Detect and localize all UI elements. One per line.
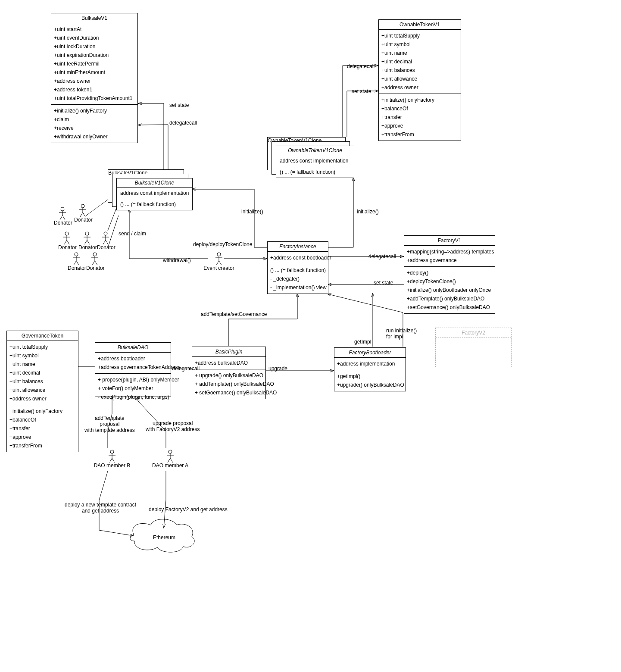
svg-point-45: [169, 450, 172, 453]
label-set-state: set state: [374, 280, 393, 286]
svg-line-29: [76, 261, 79, 265]
class-basicplugin: BasicPlugin +address bulksaleDAO + upgra…: [192, 347, 266, 399]
person-icon: [84, 231, 90, 244]
actor-donator: Donator: [86, 252, 103, 271]
actor-donator: Donator: [68, 252, 85, 271]
class-ownabletokenv1: OwnableTokenV1 +uint totalSupply +uint s…: [378, 19, 461, 141]
label-initialize: initialize(): [357, 209, 379, 215]
label-getimpl: getImpl: [354, 339, 371, 345]
class-factorybootloader: FactoryBootloader +address implementatio…: [334, 347, 406, 391]
actor-dao-member-a: DAO member A: [151, 450, 190, 469]
label-deploy-new-template: deploy a new template contract and get a…: [65, 502, 136, 514]
svg-line-8: [80, 213, 83, 217]
class-factoryinstance: FactoryInstance +address const bootloade…: [267, 241, 328, 294]
svg-line-49: [170, 458, 173, 463]
svg-line-18: [84, 240, 87, 244]
svg-point-5: [81, 204, 84, 208]
label-deploy-factoryv2: deploy FactoryV2 and get address: [149, 506, 228, 513]
svg-point-35: [217, 253, 221, 256]
class-factoryv2-ghost: FactoryV2: [435, 328, 512, 367]
svg-line-38: [216, 261, 219, 265]
class-bulksalev1clone-stack: BulksaleV1Clone BulksaleV1Clone address …: [108, 169, 194, 210]
label-deploy-deploytokenclone: deploy/deployTokenClone: [193, 241, 252, 247]
class-title: BulksaleV1: [51, 13, 137, 23]
svg-point-0: [61, 207, 64, 211]
svg-point-20: [104, 232, 107, 235]
person-icon: [215, 252, 222, 265]
svg-line-33: [92, 261, 95, 265]
svg-line-19: [87, 240, 90, 244]
svg-line-4: [62, 216, 65, 220]
label-send-claim: send / claim: [119, 231, 146, 237]
class-bulksalev1: BulksaleV1 +uint startAt +uint eventDura…: [51, 13, 138, 143]
label-withdrawal: withdrawal(): [163, 257, 191, 263]
actor-donator: Donator: [97, 231, 114, 250]
actor-donator: Donator: [74, 204, 91, 223]
svg-point-15: [85, 232, 89, 235]
label-upgrade-proposal: upgrade proposal with FactoryV2 address: [146, 420, 200, 432]
class-governancetoken: GovernanceToken +uint totalSupply +uint …: [6, 331, 78, 452]
person-icon: [79, 204, 86, 217]
person-icon: [91, 252, 98, 265]
svg-line-39: [219, 261, 222, 265]
svg-line-24: [106, 240, 108, 244]
person-icon: [63, 231, 70, 244]
actor-event-creator: Event creator: [202, 252, 236, 271]
class-factoryv1: FactoryV1 +mapping(string=>address) temp…: [404, 235, 495, 314]
svg-line-23: [103, 240, 106, 244]
label-upgrade: upgrade: [268, 366, 287, 372]
actor-donator: Donator: [58, 231, 75, 250]
label-addtemplate-setgov: addTemplate/setGovernance: [201, 311, 267, 317]
person-icon: [102, 231, 109, 244]
svg-line-9: [83, 213, 85, 217]
label-set-state: set state: [169, 102, 189, 108]
person-icon: [73, 252, 80, 265]
label-ethereum: Ethereum: [153, 534, 175, 541]
svg-point-40: [110, 450, 114, 453]
label-delegatecall: delegatecall: [169, 120, 197, 126]
label-run-initialize: run initialize() for impl: [386, 328, 417, 340]
label-initialize: initialize(): [241, 209, 263, 215]
person-icon: [167, 450, 174, 463]
svg-line-28: [74, 261, 76, 265]
class-ownabletokenv1clone-stack: OwnableTokenV1Clone OwnableTokenV1Clone …: [267, 137, 353, 178]
svg-point-30: [93, 253, 97, 256]
svg-point-10: [65, 232, 69, 235]
class-title: OwnableTokenV1: [379, 20, 461, 30]
svg-line-34: [95, 261, 97, 265]
svg-line-13: [64, 240, 67, 244]
person-icon: [109, 450, 115, 463]
svg-line-48: [168, 458, 170, 463]
label-delegatecall: delegatecall: [172, 366, 200, 372]
label-delegatecall: delegatecall: [347, 63, 374, 69]
label-delegatecall: delegatecall: [368, 253, 396, 259]
svg-line-43: [109, 458, 112, 463]
svg-point-25: [75, 253, 78, 256]
actor-donator: Donator: [54, 207, 71, 226]
svg-line-44: [112, 458, 115, 463]
label-set-state: set state: [352, 88, 371, 94]
svg-line-14: [67, 240, 69, 244]
actor-donator: Donator: [78, 231, 96, 250]
svg-line-3: [60, 216, 62, 220]
class-bulksaledao: BulksaleDAO +address bootloader +address…: [95, 342, 171, 397]
label-addtemplate-proposal: addTemplate proposal with template addre…: [84, 415, 135, 433]
person-icon: [59, 207, 66, 220]
actor-dao-member-b: DAO member B: [93, 450, 131, 469]
